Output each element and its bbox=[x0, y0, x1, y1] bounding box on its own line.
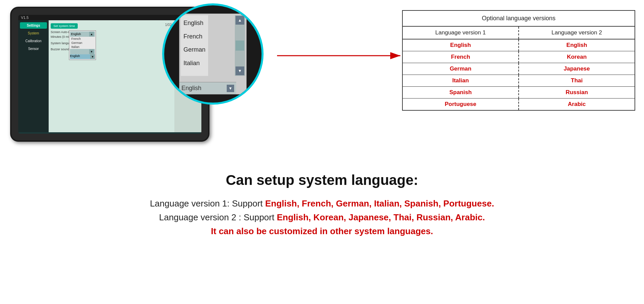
version2-cell: Arabic bbox=[519, 99, 635, 111]
settings-button[interactable]: Settings bbox=[20, 22, 47, 29]
circle-scroll-down[interactable]: ▼ bbox=[236, 66, 244, 75]
line1-langs: English, French, German, Italian, Spanis… bbox=[265, 198, 494, 209]
version2-cell: English bbox=[519, 39, 635, 51]
circle-lang-german: German bbox=[183, 43, 205, 57]
line1-prefix: Language version 1: Support bbox=[150, 198, 265, 209]
version2-support-line: Language version 2 : Support English, Ko… bbox=[14, 212, 630, 223]
version2-cell: Thai bbox=[519, 75, 635, 87]
lang-scroll-down: ▼ bbox=[70, 49, 95, 54]
red-arrow-svg bbox=[277, 51, 405, 61]
table-row: SpanishRussian bbox=[402, 87, 635, 99]
version2-cell: Korean bbox=[519, 51, 635, 63]
selected-language-label: English bbox=[70, 54, 80, 59]
table-header-row: Language version 1 Language version 2 bbox=[402, 26, 635, 39]
language-versions-table: Optional language versions Language vers… bbox=[402, 10, 635, 111]
lang-english-option: English bbox=[71, 32, 81, 36]
table-row: EnglishEnglish bbox=[402, 39, 635, 51]
circle-scroll-bar: ▲ ▼ bbox=[235, 15, 245, 76]
table-row: FrenchKorean bbox=[402, 51, 635, 63]
version1-cell: English bbox=[402, 39, 519, 51]
table-row: PortugueseArabic bbox=[402, 99, 635, 111]
version1-cell: Spanish bbox=[402, 87, 519, 99]
line2-prefix: Language version 2 : Support bbox=[159, 212, 277, 222]
system-sidebar-item[interactable]: System bbox=[20, 30, 47, 36]
lang-box-header: English ▲ bbox=[70, 31, 95, 37]
version1-cell: Portuguese bbox=[402, 99, 519, 111]
scroll-up-button[interactable]: ▲ bbox=[89, 32, 94, 36]
table-row: GermanJapanese bbox=[402, 63, 635, 75]
set-system-time-button[interactable]: Set system time bbox=[51, 23, 78, 29]
circle-lang-english: English bbox=[183, 17, 205, 30]
version2-cell: Russian bbox=[519, 87, 635, 99]
version1-cell: German bbox=[402, 63, 519, 75]
language-dropdown[interactable]: English ▲ French German Italian ▼ Englis… bbox=[69, 30, 96, 60]
screen-main: Set system time 1/02 Screen Auto-Lock Ti… bbox=[49, 20, 174, 132]
circle-lang-area: English French German Italian ▲ ▼ bbox=[181, 15, 245, 76]
circle-language-list: English French German Italian bbox=[181, 15, 208, 76]
scroll-down-button[interactable]: ▼ bbox=[89, 49, 94, 54]
lang-selected: English ▼ bbox=[70, 54, 95, 59]
circle-selected-label: English bbox=[181, 85, 201, 92]
main-heading: Can setup system language: bbox=[14, 172, 630, 188]
circle-dropdown-btn[interactable]: ▼ bbox=[227, 85, 234, 92]
table-title-row: Optional language versions bbox=[402, 10, 635, 26]
lang-french-option[interactable]: French bbox=[70, 37, 95, 41]
version1-cell: Italian bbox=[402, 75, 519, 87]
lang-german-option[interactable]: German bbox=[70, 41, 95, 45]
screen-header: V1.5 10:42 bbox=[18, 15, 201, 20]
dropdown-btn[interactable]: ▼ bbox=[90, 54, 95, 59]
circle-scroll-thumb bbox=[236, 40, 244, 51]
circle-scroll-up[interactable]: ▲ bbox=[236, 16, 244, 25]
circle-lang-italian: Italian bbox=[183, 57, 205, 70]
circle-zoom: English French German Italian ▲ ▼ Englis… bbox=[162, 3, 264, 105]
col1-header: Language version 1 bbox=[402, 26, 519, 39]
circle-inner-content: English French German Italian ▲ ▼ Englis… bbox=[179, 13, 247, 94]
screen-sidebar: Settings System Calibration Sensor bbox=[18, 20, 49, 132]
table-title: Optional language versions bbox=[402, 10, 635, 26]
table-row: ItalianThai bbox=[402, 75, 635, 87]
bottom-section: Can setup system language: Language vers… bbox=[0, 165, 644, 237]
line2-langs: English, Korean, Japanese, Thai, Russian… bbox=[277, 212, 485, 222]
circle-selected-bar: English ▼ bbox=[179, 82, 236, 94]
version1-cell: French bbox=[402, 51, 519, 63]
sensor-sidebar-item[interactable]: Sensor bbox=[20, 46, 47, 52]
lang-italian-option[interactable]: Italian bbox=[70, 45, 95, 49]
version1-support-line: Language version 1: Support English, Fre… bbox=[14, 198, 630, 209]
circle-lang-french: French bbox=[183, 30, 205, 44]
arrow-container bbox=[277, 51, 405, 61]
version2-cell: Japanese bbox=[519, 63, 635, 75]
table-body: EnglishEnglishFrenchKoreanGermanJapanese… bbox=[402, 39, 635, 110]
col2-header: Language version 2 bbox=[519, 26, 635, 39]
language-table-section: Optional language versions Language vers… bbox=[402, 10, 635, 111]
version-label: V1.5 bbox=[21, 16, 29, 20]
custom-line: It can also be customized in other syste… bbox=[14, 226, 630, 237]
calibration-sidebar-item[interactable]: Calibration bbox=[20, 38, 47, 44]
